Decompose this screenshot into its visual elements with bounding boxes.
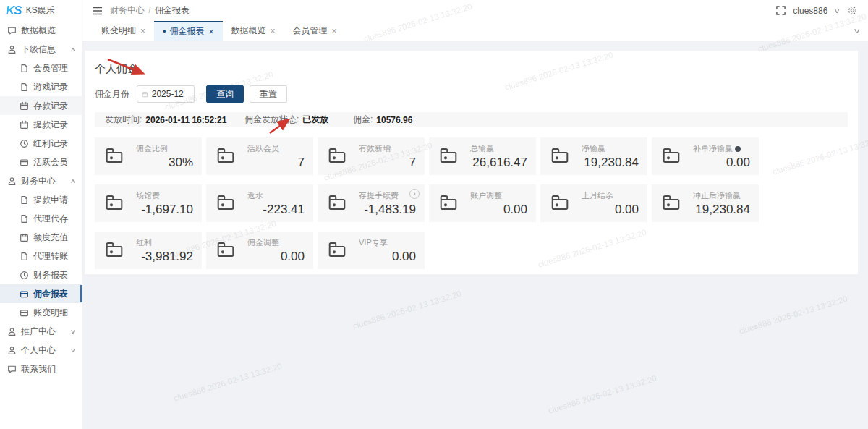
stat-card-value: 0.00 <box>726 156 750 170</box>
stat-card-value: 30% <box>169 156 193 170</box>
search-button[interactable]: 查询 <box>206 85 244 103</box>
stat-card: 佣金比例30% <box>95 137 202 175</box>
sidebar-item-16[interactable]: 推广中心∨ <box>0 322 82 341</box>
breadcrumb: 财务中心 / 佣金报表 <box>110 4 190 17</box>
calendar-icon <box>20 233 29 242</box>
stat-card-value: 7 <box>409 156 416 170</box>
sidebar-item-12[interactable]: 代理转账 <box>0 247 82 266</box>
sidebar-item-0[interactable]: 数据概览 <box>0 21 82 40</box>
user-icon <box>7 327 17 336</box>
stat-card: 总输赢26,616.47 <box>429 137 536 175</box>
close-icon[interactable]: × <box>332 26 337 36</box>
chat-icon <box>7 365 17 374</box>
stat-card-label: VIP专享 <box>359 237 388 248</box>
file-icon <box>20 82 29 92</box>
sidebar-item-2[interactable]: 会员管理 <box>0 59 82 77</box>
sidebar-item-14[interactable]: 佣金报表 <box>0 284 82 303</box>
breadcrumb-separator: / <box>148 5 150 15</box>
chat-icon <box>7 26 17 35</box>
sidebar-item-5[interactable]: 提款记录 <box>0 115 82 134</box>
folder-icon <box>438 193 459 214</box>
commission-value: 10576.96 <box>376 115 412 125</box>
user-menu[interactable]: clues886 <box>793 6 827 16</box>
sidebar-item-6[interactable]: 红利记录 <box>0 134 82 153</box>
user-icon <box>7 177 17 186</box>
folder-icon <box>215 240 237 261</box>
sidebar-item-label: 额度充值 <box>33 232 68 244</box>
reset-button[interactable]: 重置 <box>250 85 287 103</box>
sidebar-item-label: 推广中心 <box>21 326 56 338</box>
stat-card-value: 19,230.84 <box>584 156 639 170</box>
folder-icon <box>326 193 348 214</box>
tab-label: 账变明细 <box>101 25 136 37</box>
chevron-down-icon: ∨ <box>70 347 76 354</box>
folder-icon <box>660 146 682 167</box>
info-icon[interactable] <box>735 146 741 152</box>
stat-card: 账户调整0.00 <box>429 184 536 222</box>
sidebar-item-17[interactable]: 个人中心∨ <box>0 341 82 360</box>
month-picker[interactable] <box>137 85 195 103</box>
sidebar-item-label: 个人中心 <box>21 344 56 357</box>
sidebar-item-1[interactable]: 下级信息∧ <box>0 40 82 59</box>
expand-icon[interactable]: › <box>409 189 420 199</box>
sidebar-item-10[interactable]: 代理代存 <box>0 209 82 228</box>
stat-card-label: 活跃会员 <box>247 143 279 154</box>
sidebar-item-11[interactable]: 额度充值 <box>0 228 82 247</box>
payout-status-label: 佣金发放状态: <box>244 114 299 126</box>
menu-fold-icon[interactable] <box>93 7 103 15</box>
logo[interactable]: KS KS娱乐 <box>0 0 82 21</box>
sidebar-item-4[interactable]: 存款记录 <box>0 96 82 115</box>
close-icon[interactable]: × <box>140 26 145 36</box>
calendar-icon <box>20 101 29 111</box>
commission-label: 佣金: <box>353 114 373 126</box>
stat-card-value: 0.00 <box>392 250 416 264</box>
stat-card-label: 上月结余 <box>582 190 613 201</box>
chevron-down-icon: ∨ <box>70 328 76 335</box>
stat-card: 活跃会员7 <box>206 137 313 175</box>
sidebar-item-label: 账变明细 <box>33 307 68 319</box>
sidebar-item-7[interactable]: 活跃会员 <box>0 153 82 171</box>
filter-row: 佣金月份 查询 重置 <box>95 85 848 103</box>
clock-icon <box>20 271 29 280</box>
sidebar-item-label: 财务中心 <box>21 175 56 187</box>
chevron-up-icon: ∧ <box>70 178 76 184</box>
stat-card: VIP专享0.00 <box>318 232 425 269</box>
gear-icon[interactable] <box>847 5 858 16</box>
stat-card-value: 0.00 <box>281 250 305 264</box>
stat-card-value: 0.00 <box>615 203 639 217</box>
stat-card: 返水-223.41 <box>206 184 313 222</box>
chevron-up-icon: ∧ <box>70 46 76 53</box>
sidebar-item-8[interactable]: 财务中心∧ <box>0 171 82 190</box>
stat-card-label: 总输赢 <box>470 143 494 154</box>
stat-card-label: 场馆费 <box>136 190 160 201</box>
sidebar-item-label: 会员管理 <box>33 62 68 75</box>
stat-card: 补单净输赢0.00 <box>652 137 759 175</box>
tab-options-chevron-icon[interactable]: ∨ <box>853 27 861 35</box>
tab-3[interactable]: 会员管理× <box>284 21 346 41</box>
month-input[interactable] <box>152 89 190 99</box>
tab-1[interactable]: •佣金报表× <box>154 21 223 41</box>
sidebar-item-label: 下级信息 <box>21 43 56 56</box>
sidebar-item-18[interactable]: 联系我们 <box>0 360 82 378</box>
sidebar-item-13[interactable]: 财务报表 <box>0 266 82 284</box>
payout-status-value: 已发放 <box>302 114 328 126</box>
sidebar-item-label: 提款申请 <box>33 194 68 206</box>
tab-2[interactable]: 数据概览× <box>223 21 284 41</box>
sidebar-item-3[interactable]: 游戏记录 <box>0 77 82 96</box>
sidebar-item-9[interactable]: 提款申请 <box>0 190 82 209</box>
breadcrumb-current: 佣金报表 <box>155 5 190 15</box>
clock-icon <box>20 139 29 148</box>
sidebar-item-label: 数据概览 <box>21 25 56 37</box>
sidebar-item-15[interactable]: 账变明细 <box>0 303 82 322</box>
breadcrumb-root[interactable]: 财务中心 <box>110 5 145 15</box>
close-icon[interactable]: × <box>271 26 276 36</box>
chevron-down-icon[interactable]: ∨ <box>834 7 841 14</box>
stat-card-value: -223.41 <box>263 203 305 217</box>
stat-card-value: 19,230.84 <box>695 203 750 217</box>
tab-0[interactable]: 账变明细× <box>93 21 154 41</box>
close-icon[interactable]: × <box>209 27 214 37</box>
sidebar-menu: 数据概览下级信息∧会员管理游戏记录存款记录提款记录红利记录活跃会员财务中心∧提款… <box>0 21 82 378</box>
stat-card: 冲正后净输赢19,230.84 <box>652 184 759 222</box>
fullscreen-icon[interactable] <box>776 6 786 15</box>
tab-bar: 账变明细×•佣金报表×数据概览×会员管理×∨ <box>82 21 868 41</box>
